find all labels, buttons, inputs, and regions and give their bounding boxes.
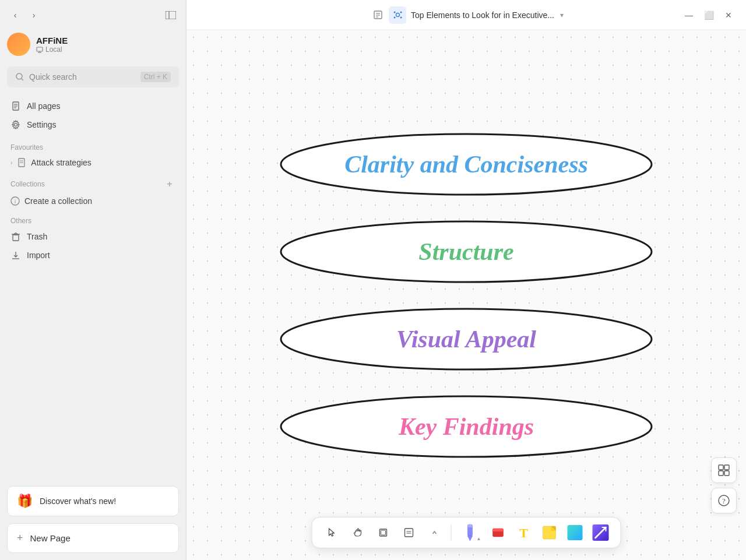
workspace-name: AFFiNE	[36, 36, 68, 45]
search-label: Quick search	[29, 72, 136, 82]
svg-rect-0	[166, 11, 176, 19]
doc-mode-button[interactable]	[369, 6, 386, 24]
favourites-label: Favourites	[10, 143, 43, 152]
svg-rect-48	[405, 529, 413, 537]
sidebar-nav: All pages Settings	[0, 94, 186, 136]
import-item[interactable]: Import	[5, 246, 181, 265]
others-list: Trash Import	[0, 227, 186, 265]
canvas-area[interactable]: Clarity and Conciseness Structure Visual…	[186, 30, 746, 560]
avatar	[7, 33, 30, 56]
text-tool-button[interactable]: T	[513, 522, 534, 543]
oval-visual: Visual Appeal	[274, 304, 659, 374]
svg-text:T: T	[519, 526, 528, 540]
doc-mode-icon	[373, 10, 383, 20]
svg-text:i: i	[15, 199, 16, 205]
favourites-list: › Attack strategies	[0, 154, 186, 171]
new-page-label: New Page	[30, 533, 71, 543]
pages-icon	[10, 101, 21, 111]
settings-item[interactable]: Settings	[5, 115, 181, 134]
trash-icon	[10, 231, 21, 242]
note-icon	[404, 527, 414, 538]
oval-label-structure: Structure	[418, 238, 513, 266]
sticky-note-icon	[541, 524, 558, 541]
search-shortcut: Ctrl + K	[140, 72, 171, 82]
toolbar-divider-1	[451, 524, 452, 541]
quick-search-bar[interactable]: Quick search Ctrl + K	[7, 66, 179, 87]
info-icon: i	[10, 196, 20, 206]
import-icon-svg	[11, 251, 20, 260]
hand-icon	[353, 527, 363, 538]
svg-point-28	[393, 12, 395, 13]
note-tool-button[interactable]	[399, 522, 420, 543]
document-icon	[17, 158, 26, 167]
sidebar: ‹ › AFFiNE Local Quick search Ctrl + K	[0, 0, 186, 560]
svg-point-29	[400, 12, 402, 13]
forward-button[interactable]: ›	[26, 7, 42, 23]
back-button[interactable]: ‹	[7, 7, 23, 23]
svg-rect-39	[724, 471, 729, 476]
canvas-mode-button[interactable]	[389, 6, 406, 24]
workspace-area: AFFiNE Local	[0, 28, 186, 63]
sticky-note-button[interactable]	[539, 522, 560, 543]
text-icon: T	[515, 524, 533, 541]
svg-rect-2	[37, 47, 43, 51]
svg-point-11	[15, 124, 17, 126]
right-float-buttons: ?	[711, 457, 737, 513]
oval-findings: Key Findings	[274, 392, 659, 462]
help-button[interactable]: ?	[711, 488, 737, 513]
svg-rect-38	[719, 471, 723, 476]
trash-item[interactable]: Trash	[5, 227, 181, 246]
connector-tool-button[interactable]	[590, 522, 611, 543]
collections-label: Collections	[10, 180, 45, 188]
oval-label-clarity: Clarity and Conciseness	[344, 150, 588, 178]
grid-button[interactable]	[711, 457, 737, 483]
nav-arrows: ‹ ›	[7, 7, 42, 23]
shape-tool-button[interactable]	[565, 522, 586, 543]
svg-line-6	[22, 79, 23, 80]
svg-rect-17	[13, 235, 19, 241]
minimize-button[interactable]: —	[681, 7, 697, 23]
svg-point-27	[396, 13, 399, 17]
pen-tool-button[interactable]: ▲	[458, 522, 483, 543]
discover-button[interactable]: 🎁 Discover what's new!	[7, 486, 179, 516]
hand-tool-button[interactable]	[347, 522, 368, 543]
gift-icon: 🎁	[17, 494, 33, 509]
svg-text:?: ?	[722, 496, 726, 505]
discover-label: Discover what's new!	[40, 496, 116, 506]
frame-tool-button[interactable]	[373, 522, 394, 543]
close-button[interactable]: ✕	[720, 7, 737, 23]
attack-strategies-item[interactable]: › Attack strategies	[5, 154, 181, 171]
title-dropdown-icon[interactable]: ▾	[560, 11, 564, 19]
all-pages-item[interactable]: All pages	[5, 97, 181, 115]
svg-rect-37	[724, 465, 729, 470]
settings-icon	[10, 119, 21, 130]
sidebar-toggle-icon	[166, 11, 176, 19]
create-collection-item[interactable]: i Create a collection	[5, 192, 181, 210]
gear-icon	[11, 120, 20, 129]
maximize-button[interactable]: ⬜	[701, 7, 717, 23]
attack-strategies-label: Attack strategies	[31, 158, 92, 167]
expand-tool-button[interactable]	[424, 522, 445, 543]
workspace-info: AFFiNE Local	[36, 36, 68, 54]
import-label: Import	[27, 251, 50, 260]
import-icon	[10, 250, 21, 260]
add-collection-button[interactable]: +	[164, 178, 175, 190]
workspace-type: Local	[36, 45, 68, 54]
bottom-toolbar: ▲ T	[312, 517, 621, 548]
pen-icon	[462, 523, 478, 542]
canvas-content: Clarity and Conciseness Structure Visual…	[186, 30, 746, 560]
trash-label: Trash	[27, 232, 47, 241]
chevron-icon: ›	[10, 160, 12, 166]
oval-label-visual: Visual Appeal	[396, 325, 536, 353]
svg-marker-52	[468, 536, 473, 541]
sidebar-toggle-button[interactable]	[163, 7, 179, 23]
plus-icon: +	[17, 532, 23, 544]
select-tool-button[interactable]	[322, 522, 343, 543]
eraser-icon	[490, 524, 507, 541]
oval-label-findings: Key Findings	[399, 413, 534, 441]
settings-label: Settings	[27, 120, 57, 129]
new-page-button[interactable]: + New Page	[7, 523, 179, 553]
others-section: Others	[0, 210, 186, 227]
collections-list: i Create a collection	[0, 192, 186, 210]
eraser-tool-button[interactable]	[488, 522, 509, 543]
